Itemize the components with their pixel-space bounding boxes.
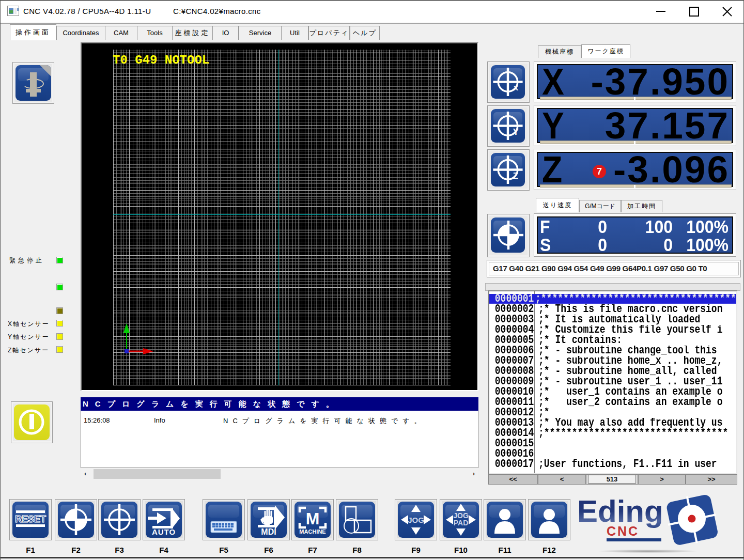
svg-text:RESET: RESET [15,514,46,524]
svg-text:AUTO: AUTO [152,527,176,536]
svg-text:Y: Y [513,127,519,137]
svg-text:JOG: JOG [408,516,424,524]
svg-text:x: x [514,83,519,92]
svg-text:M: M [306,509,320,528]
svg-text:Z: Z [513,171,518,181]
svg-text:PAD: PAD [454,519,469,527]
svg-text:MACHINE: MACHINE [299,528,326,535]
svg-text:MDI: MDI [261,527,276,536]
